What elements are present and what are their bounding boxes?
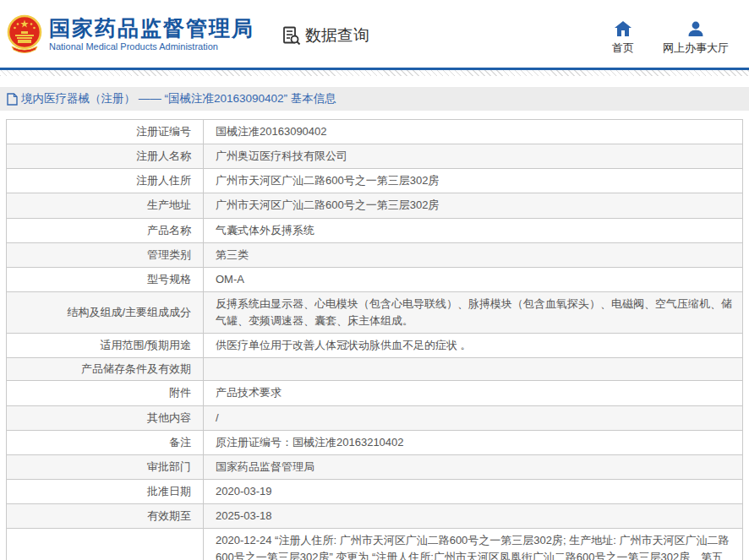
field-label: 产品储存条件及有效期: [7, 358, 204, 380]
field-label-text: 结构及组成/主要组成成分: [67, 305, 191, 320]
field-value-cell: 气囊式体外反搏系统: [204, 219, 742, 242]
table-row: 适用范围/预期用途供医疗单位用于改善人体冠状动脉供血不足的症状 。: [7, 334, 742, 358]
breadcrumb: 境内医疗器械（注册） —— “国械注准20163090402” 基本信息: [0, 87, 749, 111]
registration-info-table: 注册证编号国械注准20163090402注册人名称广州奥迈医疗科技有限公司注册人…: [6, 119, 743, 560]
table-row: 注册人名称广州奥迈医疗科技有限公司: [7, 144, 742, 169]
field-value-cell: 国械注准20163090402: [204, 120, 742, 144]
field-label-text: 管理类别: [147, 247, 191, 263]
field-value: OM-A: [216, 271, 244, 288]
field-value: 第三类: [216, 247, 249, 264]
table-row: 变更情况2020-12-24 “注册人住所: 广州市天河区广汕二路600号之一第…: [7, 529, 742, 560]
field-value: 广州市天河区广汕二路600号之一第三层302房: [216, 197, 439, 214]
user-icon: [687, 21, 704, 36]
field-label-text: 有效期至: [147, 508, 191, 524]
field-value: 供医疗单位用于改善人体冠状动脉供血不足的症状 。: [216, 337, 472, 354]
field-label: 产品名称: [7, 219, 204, 242]
field-value: 产品技术要求: [216, 384, 282, 401]
org-name-cn: 国家药品监督管理局: [49, 16, 254, 41]
table-row: 备注原注册证编号：国械注准20163210402: [7, 431, 742, 455]
field-value-cell: 产品技术要求: [204, 381, 742, 405]
field-value: /: [216, 410, 219, 427]
field-label-text: 产品储存条件及有效期: [81, 362, 191, 377]
field-value: 2020-03-19: [216, 483, 272, 500]
header-nav: 首页 网上办事大厅: [612, 21, 741, 56]
field-label-text: 产品名称: [147, 223, 191, 238]
document-icon: [7, 93, 18, 106]
field-value: 2020-12-24 “注册人住所: 广州市天河区广汕二路600号之一第三层30…: [216, 532, 732, 560]
field-label-text: 附件: [169, 385, 191, 400]
field-value: 2025-03-18: [216, 508, 272, 525]
field-label: 注册人名称: [7, 144, 204, 168]
nav-home-label: 首页: [612, 41, 634, 56]
field-label: 变更情况: [7, 529, 204, 560]
field-label: 审批部门: [7, 455, 204, 479]
table-row: 生产地址广州市天河区广汕二路600号之一第三层302房: [7, 193, 742, 218]
field-label-text: 适用范围/预期用途: [100, 338, 191, 353]
field-value: 广州市天河区广汕二路600号之一第三层302房: [216, 172, 439, 189]
nav-home[interactable]: 首页: [612, 21, 634, 56]
data-query-section[interactable]: 数据查询: [282, 24, 369, 46]
national-emblem-icon: [7, 14, 42, 53]
table-row: 结构及组成/主要组成成分反搏系统由显示器、心电模块（包含心电导联线）、脉搏模块（…: [7, 292, 742, 334]
field-value-cell: /: [204, 406, 742, 430]
table-row: 管理类别第三类: [7, 243, 742, 268]
table-row: 产品储存条件及有效期: [7, 358, 742, 381]
field-label-text: 注册证编号: [136, 124, 191, 139]
hatch-strip: [0, 70, 749, 76]
field-label-text: 批准日期: [147, 484, 191, 499]
field-label: 备注: [7, 431, 204, 454]
page: 国家药品监督管理局 National Medical Products Admi…: [0, 0, 749, 560]
field-value-cell: 广州奥迈医疗科技有限公司: [204, 144, 742, 168]
field-label-text: 备注: [169, 435, 191, 450]
table-row: 产品名称气囊式体外反搏系统: [7, 219, 742, 243]
field-value-cell: 原注册证编号：国械注准20163210402: [204, 431, 742, 454]
table-row: 有效期至2025-03-18: [7, 504, 742, 529]
field-label: 适用范围/预期用途: [7, 334, 204, 357]
field-value-cell: 国家药品监督管理局: [204, 455, 742, 479]
field-label: 注册证编号: [7, 120, 204, 144]
field-label-text: 审批部门: [147, 459, 191, 475]
field-label-text: 注册人名称: [136, 149, 191, 164]
field-value-cell: 广州市天河区广汕二路600号之一第三层302房: [204, 193, 742, 217]
table-row: 其他内容/: [7, 406, 742, 431]
field-value: 反搏系统由显示器、心电模块（包含心电导联线）、脉搏模块（包含血氧探头）、电磁阀、…: [216, 296, 732, 329]
field-value: 国家药品监督管理局: [216, 459, 314, 476]
field-value: 原注册证编号：国械注准20163210402: [216, 434, 404, 451]
field-label: 有效期至: [7, 504, 204, 528]
nmpa-logo[interactable]: 国家药品监督管理局 National Medical Products Admi…: [7, 14, 254, 53]
org-name-en: National Medical Products Administration: [49, 41, 254, 52]
field-value-cell: [204, 358, 742, 380]
nav-service-hall-label: 网上办事大厅: [663, 41, 729, 56]
field-label: 附件: [7, 381, 204, 405]
field-value-cell: 2020-12-24 “注册人住所: 广州市天河区广汕二路600号之一第三层30…: [204, 529, 742, 560]
table-row: 注册人住所广州市天河区广汕二路600号之一第三层302房: [7, 169, 742, 193]
field-label: 生产地址: [7, 193, 204, 217]
field-value-cell: OM-A: [204, 268, 742, 291]
home-icon: [615, 21, 631, 36]
field-label: 其他内容: [7, 406, 204, 430]
field-value: 气囊式体外反搏系统: [216, 222, 314, 239]
doc-search-icon: [282, 25, 302, 46]
breadcrumb-text: 境内医疗器械（注册） —— “国械注准20163090402” 基本信息: [21, 91, 336, 106]
field-value: 国械注准20163090402: [216, 123, 327, 140]
field-label: 批准日期: [7, 480, 204, 503]
field-value-cell: 反搏系统由显示器、心电模块（包含心电导联线）、脉搏模块（包含血氧探头）、电磁阀、…: [204, 292, 742, 333]
field-label-text: 注册人住所: [136, 173, 191, 188]
field-label: 结构及组成/主要组成成分: [7, 292, 204, 333]
field-value-cell: 2025-03-18: [204, 504, 742, 528]
table-row: 审批部门国家药品监督管理局: [7, 455, 742, 480]
site-header: 国家药品监督管理局 National Medical Products Admi…: [0, 0, 749, 68]
field-label-text: 其他内容: [147, 410, 191, 426]
field-label: 型号规格: [7, 268, 204, 291]
table-row: 型号规格OM-A: [7, 268, 742, 292]
field-value: 广州奥迈医疗科技有限公司: [216, 148, 347, 165]
field-label-text: 型号规格: [147, 272, 191, 287]
nav-service-hall[interactable]: 网上办事大厅: [663, 21, 729, 56]
field-value-cell: 供医疗单位用于改善人体冠状动脉供血不足的症状 。: [204, 334, 742, 357]
field-label: 注册人住所: [7, 169, 204, 193]
field-label-text: 生产地址: [147, 198, 191, 213]
field-label: 管理类别: [7, 243, 204, 267]
field-value-cell: 广州市天河区广汕二路600号之一第三层302房: [204, 169, 742, 193]
table-row: 批准日期2020-03-19: [7, 480, 742, 504]
table-row: 注册证编号国械注准20163090402: [7, 120, 742, 144]
